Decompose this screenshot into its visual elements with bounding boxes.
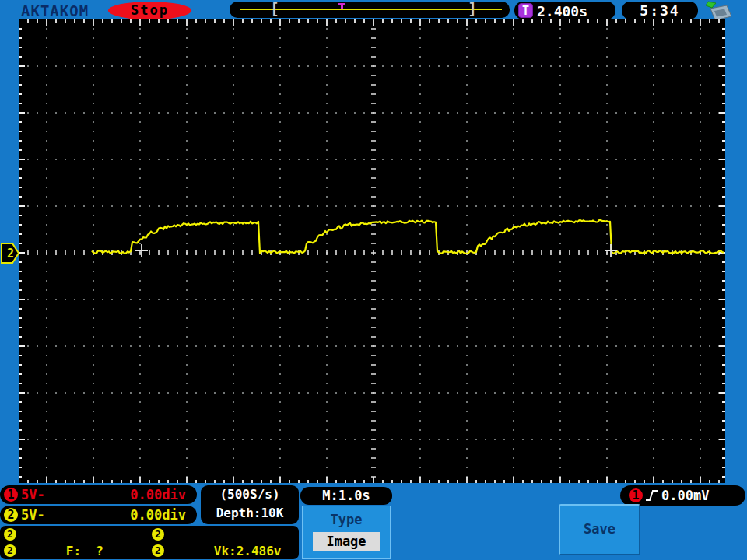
- record-span-line: [240, 9, 502, 10]
- run-state-badge: Stop: [108, 2, 191, 19]
- channel-2-status: 2 5V- 0.00div: [0, 506, 197, 524]
- channel-2-marker-label: 2: [7, 247, 14, 261]
- channel-1-status: 1 5V- 0.00div: [0, 485, 197, 504]
- channel-2-badge-icon: 2: [4, 544, 16, 557]
- gate-cross-markers: [135, 244, 617, 257]
- trigger-t-icon: T: [518, 3, 533, 18]
- channel-2-trace: [92, 220, 724, 254]
- timebase-badge: M:1.0s: [300, 487, 392, 505]
- trigger-position-bar: [ ]: [230, 2, 510, 18]
- channel-2-scale: 5V-: [21, 507, 45, 523]
- brand-logo: AKTAKOM: [21, 2, 89, 19]
- rising-edge-icon: [645, 489, 659, 502]
- channel-1-badge-icon: 1: [4, 488, 18, 502]
- window-right-bracket-icon: ]: [468, 0, 477, 18]
- measurement-vk: 2Vk:2.486v: [148, 527, 299, 543]
- channel-2-offset: 0.00div: [130, 507, 186, 523]
- channel-1-offset: 0.00div: [130, 487, 186, 502]
- window-left-bracket-icon: [: [270, 0, 279, 18]
- acquisition-info: (500S/s) Depth:10K: [201, 485, 299, 524]
- channel-2-badge-icon: 2: [4, 508, 18, 522]
- trigger-time-value: 2.400s: [537, 3, 587, 19]
- edge-ruler-ticks: [19, 19, 725, 483]
- trigger-time-badge: T 2.400s: [514, 2, 615, 19]
- save-button[interactable]: Save: [559, 504, 640, 555]
- scope-screen: [19, 19, 725, 483]
- clock: 5:34: [622, 2, 698, 19]
- waveform-plot: [19, 19, 725, 483]
- measurement-duty: 2+D:71.2%: [0, 543, 148, 559]
- type-menu-button[interactable]: Type Image: [302, 506, 391, 559]
- trigger-position-icon-stem: [341, 5, 343, 9]
- channel-1-scale: 5V-: [21, 487, 45, 502]
- measurements-panel: 2F: ? 2Vk:2.486v 2+D:71.2% 2V:1.929v: [0, 526, 299, 559]
- channel-2-badge-icon: 2: [152, 544, 164, 557]
- channel-2-position-marker: 2: [1, 243, 19, 264]
- oscilloscope-ui: AKTAKOM Stop [ ] T 2.400s 5:34 2 1 5V- 0…: [0, 0, 747, 560]
- trigger-level-badge: 1 0.00mV: [620, 485, 745, 506]
- sample-rate: (500S/s): [201, 485, 299, 504]
- trigger-source-badge-icon: 1: [629, 488, 643, 502]
- channel-2-badge-icon: 2: [152, 528, 164, 541]
- channel-2-badge-icon: 2: [4, 528, 16, 541]
- measurement-v: 2V:1.929v: [148, 543, 299, 559]
- trigger-level-value: 0.00mV: [661, 488, 709, 503]
- type-menu-label: Type: [303, 512, 390, 527]
- type-menu-selected-value[interactable]: Image: [313, 532, 380, 551]
- usb-disk-icon: [705, 1, 735, 22]
- memory-depth: Depth:10K: [201, 504, 299, 523]
- measurement-frequency: 2F: ?: [0, 527, 148, 543]
